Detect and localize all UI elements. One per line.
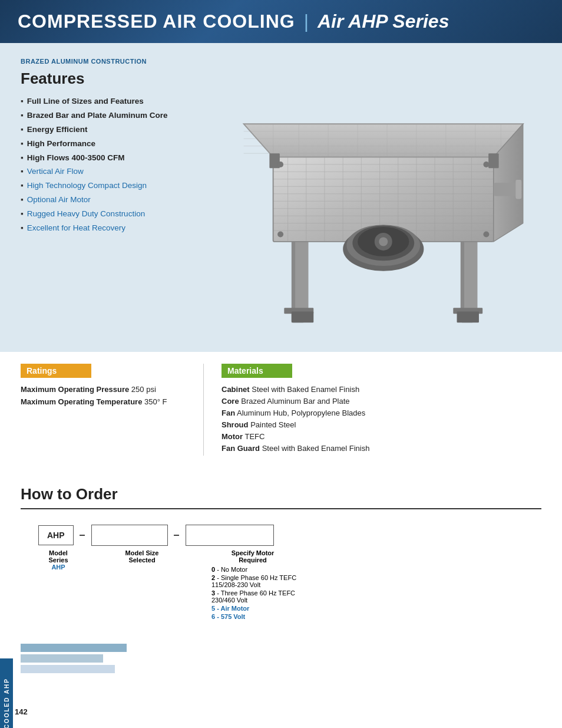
motor-option-3: 3 - Three Phase 60 Hz TEFC 230/460 Volt (211, 589, 300, 604)
svg-point-57 (277, 162, 283, 167)
motor-option-2: 2 - Single Phase 60 Hz TEFC 115/208-230 … (211, 574, 300, 588)
how-to-order-title: How to Order (21, 485, 541, 509)
feature-item: ▪ Full Line of Sizes and Features (21, 96, 221, 107)
feature-item: ▪ Rugged Heavy Duty Construction (21, 209, 221, 220)
material-shroud-label: Shroud (222, 420, 249, 429)
bullet-icon: ▪ (21, 209, 24, 220)
material-fan-guard: Fan Guard Steel with Baked Enamel Finish (222, 444, 541, 453)
svg-point-58 (483, 162, 489, 167)
feature-text: High Flows 400-3500 CFM (27, 153, 125, 164)
svg-rect-3 (464, 234, 477, 315)
info-content-wrapper: AIR COOLED AHP Ratings Maximum Operating… (0, 352, 562, 673)
svg-marker-31 (244, 124, 523, 157)
feature-text: Full Line of Sizes and Features (27, 96, 144, 107)
order-box-motor-spec (186, 525, 274, 546)
feature-text: Excellent for Heat Recovery (27, 223, 125, 234)
motor-option-3-desc: - Three Phase 60 Hz TEFC 230/460 Volt (211, 589, 295, 604)
label-specify-motor: Specify MotorRequired 0 - No Motor 2 - S… (206, 549, 300, 620)
header-title-compressed: COMPRESSED AIR COOLING (18, 11, 295, 32)
main-content-area: BRAZED ALUMINUM CONSTRUCTION Features ▪ … (0, 43, 562, 352)
ratings-header: Ratings (21, 364, 91, 378)
feature-item: ▪ Vertical Air Flow (21, 166, 221, 177)
strip-2 (21, 654, 103, 663)
section-label: BRAZED ALUMINUM CONSTRUCTION (21, 58, 221, 65)
label-specify-motor-text: Specify MotorRequired (206, 549, 300, 564)
bullet-icon: ▪ (21, 153, 24, 164)
bullet-icon: ▪ (21, 110, 24, 121)
material-motor: Motor TEFC (222, 432, 541, 441)
svg-point-54 (379, 237, 388, 246)
features-column: BRAZED ALUMINUM CONSTRUCTION Features ▪ … (21, 58, 221, 337)
materials-header: Materials (222, 364, 292, 378)
header-divider: | (304, 11, 309, 32)
feature-text: Optional Air Motor (27, 195, 91, 206)
feature-text: Energy Efficient (27, 124, 88, 136)
material-cabinet-value-text: Steel with Baked Enamel Finish (252, 385, 359, 394)
page-number: 142 (15, 707, 28, 716)
feature-item: ▪ Excellent for Heat Recovery (21, 223, 221, 234)
bottom-decorative-strips (0, 644, 562, 673)
material-fan-value-text: Aluminum Hub, Polypropylene Blades (237, 409, 365, 417)
order-box-model-size (91, 525, 168, 546)
features-title: Features (21, 70, 221, 88)
material-cabinet-label: Cabinet (222, 385, 250, 394)
order-dash-1: – (74, 524, 91, 546)
material-motor-label: Motor (222, 432, 243, 441)
bullet-icon: ▪ (21, 96, 24, 107)
rating-pressure-label: Maximum Operating Pressure (21, 385, 129, 394)
bullet-icon: ▪ (21, 223, 24, 234)
feature-text: Brazed Bar and Plate Aluminum Core (27, 110, 168, 121)
product-image (233, 58, 541, 337)
svg-rect-2 (295, 234, 308, 315)
material-shroud: Shroud Painted Steel (222, 420, 541, 429)
svg-point-60 (483, 231, 489, 237)
bullet-icon: ▪ (21, 166, 24, 177)
material-motor-value-text: TEFC (245, 432, 265, 441)
svg-rect-7 (457, 311, 479, 322)
svg-rect-48 (488, 153, 498, 168)
feature-item: ▪ Optional Air Motor (21, 195, 221, 206)
motor-option-6: 6 - 575 Volt (211, 613, 300, 620)
feature-text: High Technology Compact Design (27, 180, 147, 192)
motor-option-5-desc: - Air Motor (215, 605, 249, 612)
header-title-series: Air AHP Series (318, 11, 449, 32)
svg-point-59 (277, 231, 283, 237)
order-box-ahp: AHP (38, 525, 74, 545)
info-section: Ratings Maximum Operating Pressure 250 p… (0, 352, 562, 467)
rating-temp-label: Maximum Operating Temperature (21, 397, 142, 406)
motor-option-0-desc: - No Motor (215, 566, 247, 573)
side-tab-text: AIR COOLED AHP (4, 678, 10, 728)
material-fan-label: Fan (222, 409, 235, 417)
motor-option-0: 0 - No Motor (211, 566, 300, 573)
feature-item: ▪ High Technology Compact Design (21, 180, 221, 192)
material-fan: Fan Aluminum Hub, Polypropylene Blades (222, 409, 541, 417)
bullet-icon: ▪ (21, 124, 24, 136)
feature-item: ▪ Brazed Bar and Plate Aluminum Core (21, 110, 221, 121)
bullet-icon: ▪ (21, 180, 24, 192)
product-image-area (233, 58, 541, 337)
strip-1 (21, 644, 127, 652)
svg-rect-56 (515, 180, 521, 199)
feature-item: ▪ High Flows 400-3500 CFM (21, 153, 221, 164)
feature-item: ▪ Energy Efficient (21, 124, 221, 136)
strip-3 (21, 665, 115, 673)
rating-temp-value-text: 350° F (144, 397, 167, 406)
material-fan-guard-label: Fan Guard (222, 444, 260, 453)
motor-option-2-desc: - Single Phase 60 Hz TEFC 115/208-230 Vo… (211, 574, 296, 588)
order-dash-2: – (168, 524, 186, 546)
bullet-icon: ▪ (21, 139, 24, 150)
svg-rect-6 (292, 311, 313, 322)
motor-option-6-desc: - 575 Volt (215, 613, 245, 620)
label-model-size-text: Model SizeSelected (101, 549, 183, 564)
materials-column: Materials Cabinet Steel with Baked Ename… (203, 364, 541, 456)
feature-text: Vertical Air Flow (27, 166, 84, 177)
label-model-series: ModelSeries AHP (38, 549, 78, 571)
label-model-series-sub: AHP (38, 564, 78, 571)
rating-pressure: Maximum Operating Pressure 250 psi (21, 385, 186, 394)
rating-temperature: Maximum Operating Temperature 350° F (21, 397, 186, 406)
rating-pressure-value-text: 250 psi (131, 385, 156, 394)
ratings-column: Ratings Maximum Operating Pressure 250 p… (21, 364, 203, 456)
material-shroud-value-text: Painted Steel (250, 420, 296, 429)
label-model-series-text: ModelSeries (38, 549, 78, 564)
motor-option-5: 5 - Air Motor (211, 605, 300, 612)
